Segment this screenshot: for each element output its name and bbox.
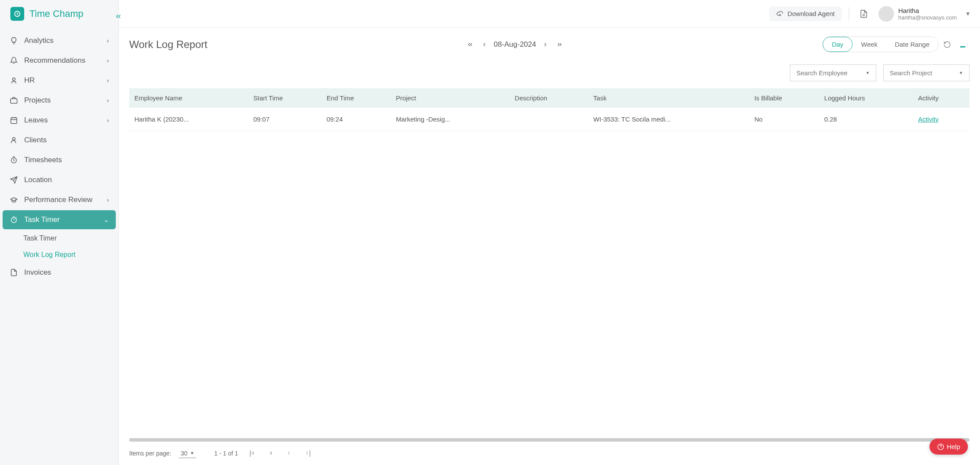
pagination-range: 1 - 1 of 1	[214, 450, 238, 457]
activity-link[interactable]: Activity	[918, 115, 939, 123]
calendar-icon	[10, 116, 18, 125]
sidebar-item-timesheets[interactable]: Timesheets	[3, 151, 116, 170]
collapse-sidebar-button[interactable]	[112, 10, 124, 22]
page-first-button[interactable]: |᱿	[246, 448, 258, 459]
sidebar-item-invoices[interactable]: Invoices	[3, 263, 116, 282]
items-per-page-value: 30	[181, 450, 188, 457]
search-project-select[interactable]: Search Project ▼	[883, 64, 970, 81]
column-header[interactable]: Task	[588, 88, 749, 108]
caret-down-icon: ▼	[190, 451, 194, 455]
sidebar-item-label: Location	[24, 176, 52, 184]
svg-rect-2	[11, 99, 17, 103]
help-icon	[937, 443, 944, 450]
page-prev-button[interactable]: ᱿	[266, 448, 276, 459]
horizontal-scrollbar[interactable]	[129, 438, 970, 442]
column-header[interactable]: Logged Hours	[819, 88, 913, 108]
table-cell: WI-3533: TC Socila medi...	[588, 108, 749, 131]
user-name: Haritha	[898, 7, 957, 14]
table-cell: 09:24	[321, 108, 391, 131]
user-email: haritha@snovasys.com	[898, 14, 957, 21]
sidebar-subitem-work-log-report[interactable]: Work Log Report	[23, 247, 116, 263]
column-header[interactable]: Activity	[913, 88, 970, 108]
pagination: Items per page: 30 ▼ 1 - 1 of 1 |᱿ ᱿ ᱾ ᱾…	[119, 442, 980, 465]
column-header[interactable]: Employee Name	[129, 88, 248, 108]
search-project-placeholder: Search Project	[890, 69, 932, 77]
sidebar-item-performance-review[interactable]: Performance Review›	[3, 190, 116, 209]
sidebar-item-label: Task Timer	[24, 215, 60, 224]
activity-cell: Activity	[913, 108, 970, 131]
sidebar-item-label: Performance Review	[24, 196, 92, 204]
sidebar-item-label: Timesheets	[24, 156, 62, 164]
search-employee-placeholder: Search Employee	[796, 69, 847, 77]
download-agent-button[interactable]: Download Agent	[769, 6, 841, 21]
file-icon	[10, 268, 18, 277]
date-first-button[interactable]	[465, 39, 475, 50]
date-prev-button[interactable]	[480, 40, 489, 49]
sidebar-item-task-timer[interactable]: Task Timer⌄	[3, 210, 116, 229]
bell-icon	[10, 56, 18, 65]
table-cell: Haritha K (20230...	[129, 108, 248, 131]
divider	[849, 7, 849, 21]
page-last-button[interactable]: ᱾|	[302, 448, 314, 459]
person-icon	[10, 76, 18, 85]
column-header[interactable]: Is Billable	[749, 88, 819, 108]
stopwatch-icon	[10, 215, 18, 224]
user-menu[interactable]: Haritha haritha@snovasys.com ▾	[878, 6, 970, 22]
graduation-icon	[10, 196, 18, 204]
table-cell: Marketing -Desig...	[391, 108, 509, 131]
range-option-week[interactable]: Week	[853, 37, 886, 52]
date-next-button[interactable]	[541, 40, 550, 49]
chevron-right-icon: ›	[107, 97, 109, 104]
logo-icon	[10, 7, 24, 21]
chevron-right-icon: ›	[107, 37, 109, 44]
search-employee-select[interactable]: Search Employee ▼	[790, 64, 876, 81]
sidebar-item-clients[interactable]: Clients	[3, 131, 116, 150]
brand-text: Time Champ	[29, 8, 83, 19]
sidebar-item-recommendations[interactable]: Recommendations›	[3, 51, 116, 70]
column-header[interactable]: Project	[391, 88, 509, 108]
send-icon	[10, 176, 18, 184]
clock-icon	[10, 156, 18, 164]
column-header[interactable]: Start Time	[248, 88, 321, 108]
range-option-day[interactable]: Day	[823, 37, 853, 52]
sidebar-item-label: Invoices	[24, 268, 51, 277]
sidebar-subitem-task-timer[interactable]: Task Timer	[23, 230, 116, 247]
table-container: Employee NameStart TimeEnd TimeProjectDe…	[119, 88, 980, 435]
sidebar-item-hr[interactable]: HR›	[3, 71, 116, 90]
sidebar-item-projects[interactable]: Projects›	[3, 91, 116, 110]
range-toggle: DayWeekDate Range	[822, 36, 970, 52]
chevron-right-icon: ›	[107, 117, 109, 124]
items-per-page-select[interactable]: 30 ▼	[179, 449, 196, 458]
range-option-date-range[interactable]: Date Range	[886, 37, 938, 52]
lightbulb-icon	[10, 36, 18, 45]
sidebar-item-analytics[interactable]: Analytics›	[3, 31, 116, 50]
column-header[interactable]: End Time	[321, 88, 391, 108]
sidebar-item-leaves[interactable]: Leaves›	[3, 111, 116, 130]
document-button[interactable]	[856, 6, 872, 22]
page-next-button[interactable]: ᱾	[284, 448, 294, 459]
sidebar-item-location[interactable]: Location	[3, 170, 116, 189]
table-row[interactable]: Haritha K (20230...09:0709:24Marketing -…	[129, 108, 970, 131]
caret-down-icon: ▼	[865, 71, 870, 75]
svg-rect-3	[11, 118, 17, 124]
cloud-download-icon	[776, 10, 784, 18]
sidebar-item-label: Recommendations	[24, 56, 86, 65]
table-cell: No	[749, 108, 819, 131]
svg-point-1	[13, 78, 15, 80]
download-button[interactable]	[956, 38, 970, 51]
date-last-button[interactable]	[554, 39, 565, 50]
table-cell	[509, 108, 588, 131]
topbar: Download Agent Haritha haritha@snovasys.…	[119, 0, 980, 28]
help-button[interactable]: Help	[929, 439, 968, 455]
refresh-button[interactable]	[940, 38, 954, 51]
sidebar-item-label: Projects	[24, 96, 51, 105]
column-header[interactable]: Description	[509, 88, 588, 108]
page-header: Work Log Report 08-Aug-2024 DayWeekDate …	[119, 28, 980, 61]
selected-date: 08-Aug-2024	[493, 40, 536, 49]
logo[interactable]: Time Champ	[0, 0, 118, 28]
sidebar-item-label: Leaves	[24, 116, 48, 125]
chevron-down-icon: ▾	[966, 10, 970, 18]
avatar	[878, 6, 894, 22]
caret-down-icon: ▼	[959, 71, 963, 75]
user-icon	[10, 136, 18, 144]
